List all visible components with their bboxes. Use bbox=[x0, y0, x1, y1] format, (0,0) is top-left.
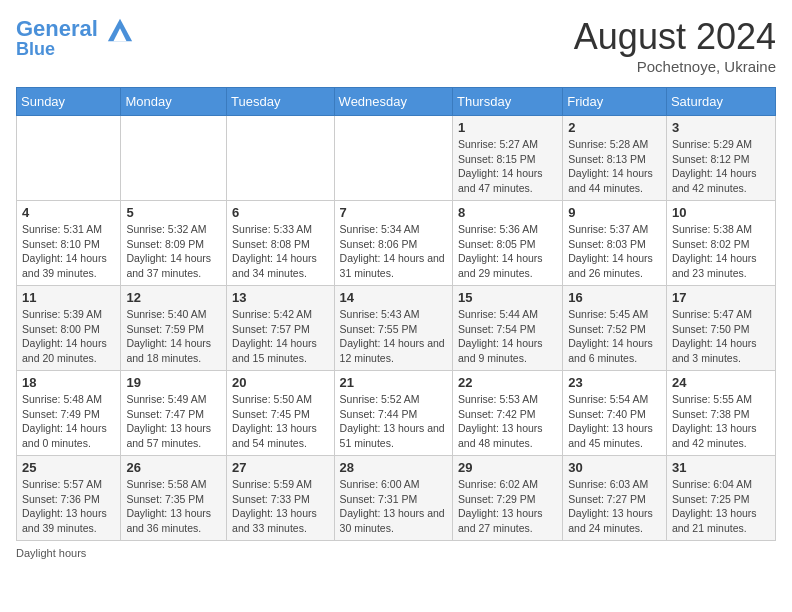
calendar-cell: 25Sunrise: 5:57 AMSunset: 7:36 PMDayligh… bbox=[17, 456, 121, 541]
day-info: Sunrise: 5:50 AMSunset: 7:45 PMDaylight:… bbox=[232, 392, 328, 451]
day-number: 30 bbox=[568, 460, 661, 475]
day-number: 28 bbox=[340, 460, 447, 475]
day-info: Sunrise: 5:40 AMSunset: 7:59 PMDaylight:… bbox=[126, 307, 221, 366]
calendar-cell: 17Sunrise: 5:47 AMSunset: 7:50 PMDayligh… bbox=[666, 286, 775, 371]
day-number: 3 bbox=[672, 120, 770, 135]
weekday-header: Thursday bbox=[452, 88, 562, 116]
calendar-cell: 19Sunrise: 5:49 AMSunset: 7:47 PMDayligh… bbox=[121, 371, 227, 456]
day-number: 6 bbox=[232, 205, 328, 220]
day-number: 15 bbox=[458, 290, 557, 305]
day-number: 14 bbox=[340, 290, 447, 305]
calendar-cell bbox=[121, 116, 227, 201]
day-number: 7 bbox=[340, 205, 447, 220]
weekday-header: Friday bbox=[563, 88, 667, 116]
page-header: General Blue August 2024 Pochetnoye, Ukr… bbox=[16, 16, 776, 75]
calendar-cell: 29Sunrise: 6:02 AMSunset: 7:29 PMDayligh… bbox=[452, 456, 562, 541]
weekday-header: Wednesday bbox=[334, 88, 452, 116]
weekday-header: Tuesday bbox=[227, 88, 334, 116]
day-number: 27 bbox=[232, 460, 328, 475]
day-number: 19 bbox=[126, 375, 221, 390]
calendar-cell: 21Sunrise: 5:52 AMSunset: 7:44 PMDayligh… bbox=[334, 371, 452, 456]
day-info: Sunrise: 5:45 AMSunset: 7:52 PMDaylight:… bbox=[568, 307, 661, 366]
day-number: 4 bbox=[22, 205, 115, 220]
day-info: Sunrise: 6:04 AMSunset: 7:25 PMDaylight:… bbox=[672, 477, 770, 536]
day-number: 22 bbox=[458, 375, 557, 390]
day-number: 23 bbox=[568, 375, 661, 390]
calendar-cell: 12Sunrise: 5:40 AMSunset: 7:59 PMDayligh… bbox=[121, 286, 227, 371]
calendar-cell: 28Sunrise: 6:00 AMSunset: 7:31 PMDayligh… bbox=[334, 456, 452, 541]
day-info: Sunrise: 5:28 AMSunset: 8:13 PMDaylight:… bbox=[568, 137, 661, 196]
day-number: 2 bbox=[568, 120, 661, 135]
calendar-cell: 20Sunrise: 5:50 AMSunset: 7:45 PMDayligh… bbox=[227, 371, 334, 456]
day-info: Sunrise: 5:33 AMSunset: 8:08 PMDaylight:… bbox=[232, 222, 328, 281]
day-info: Sunrise: 5:59 AMSunset: 7:33 PMDaylight:… bbox=[232, 477, 328, 536]
calendar-table: SundayMondayTuesdayWednesdayThursdayFrid… bbox=[16, 87, 776, 541]
calendar-cell: 6Sunrise: 5:33 AMSunset: 8:08 PMDaylight… bbox=[227, 201, 334, 286]
calendar-cell: 23Sunrise: 5:54 AMSunset: 7:40 PMDayligh… bbox=[563, 371, 667, 456]
day-info: Sunrise: 5:32 AMSunset: 8:09 PMDaylight:… bbox=[126, 222, 221, 281]
day-info: Sunrise: 5:48 AMSunset: 7:49 PMDaylight:… bbox=[22, 392, 115, 451]
calendar-cell: 4Sunrise: 5:31 AMSunset: 8:10 PMDaylight… bbox=[17, 201, 121, 286]
day-info: Sunrise: 5:47 AMSunset: 7:50 PMDaylight:… bbox=[672, 307, 770, 366]
day-info: Sunrise: 6:03 AMSunset: 7:27 PMDaylight:… bbox=[568, 477, 661, 536]
calendar-cell: 24Sunrise: 5:55 AMSunset: 7:38 PMDayligh… bbox=[666, 371, 775, 456]
day-info: Sunrise: 5:57 AMSunset: 7:36 PMDaylight:… bbox=[22, 477, 115, 536]
weekday-header: Saturday bbox=[666, 88, 775, 116]
calendar-cell: 10Sunrise: 5:38 AMSunset: 8:02 PMDayligh… bbox=[666, 201, 775, 286]
day-number: 18 bbox=[22, 375, 115, 390]
day-number: 8 bbox=[458, 205, 557, 220]
day-number: 11 bbox=[22, 290, 115, 305]
calendar-cell: 1Sunrise: 5:27 AMSunset: 8:15 PMDaylight… bbox=[452, 116, 562, 201]
day-number: 25 bbox=[22, 460, 115, 475]
day-info: Sunrise: 5:42 AMSunset: 7:57 PMDaylight:… bbox=[232, 307, 328, 366]
calendar-cell: 31Sunrise: 6:04 AMSunset: 7:25 PMDayligh… bbox=[666, 456, 775, 541]
calendar-cell: 13Sunrise: 5:42 AMSunset: 7:57 PMDayligh… bbox=[227, 286, 334, 371]
calendar-cell: 18Sunrise: 5:48 AMSunset: 7:49 PMDayligh… bbox=[17, 371, 121, 456]
weekday-header: Sunday bbox=[17, 88, 121, 116]
day-info: Sunrise: 5:27 AMSunset: 8:15 PMDaylight:… bbox=[458, 137, 557, 196]
day-info: Sunrise: 5:37 AMSunset: 8:03 PMDaylight:… bbox=[568, 222, 661, 281]
calendar-cell bbox=[334, 116, 452, 201]
calendar-cell: 7Sunrise: 5:34 AMSunset: 8:06 PMDaylight… bbox=[334, 201, 452, 286]
day-info: Sunrise: 5:38 AMSunset: 8:02 PMDaylight:… bbox=[672, 222, 770, 281]
calendar-cell: 11Sunrise: 5:39 AMSunset: 8:00 PMDayligh… bbox=[17, 286, 121, 371]
day-info: Sunrise: 6:02 AMSunset: 7:29 PMDaylight:… bbox=[458, 477, 557, 536]
calendar-cell: 15Sunrise: 5:44 AMSunset: 7:54 PMDayligh… bbox=[452, 286, 562, 371]
day-info: Sunrise: 5:36 AMSunset: 8:05 PMDaylight:… bbox=[458, 222, 557, 281]
weekday-header: Monday bbox=[121, 88, 227, 116]
day-info: Sunrise: 5:52 AMSunset: 7:44 PMDaylight:… bbox=[340, 392, 447, 451]
calendar-cell: 14Sunrise: 5:43 AMSunset: 7:55 PMDayligh… bbox=[334, 286, 452, 371]
calendar-cell: 9Sunrise: 5:37 AMSunset: 8:03 PMDaylight… bbox=[563, 201, 667, 286]
month-year: August 2024 bbox=[574, 16, 776, 58]
calendar-cell: 16Sunrise: 5:45 AMSunset: 7:52 PMDayligh… bbox=[563, 286, 667, 371]
day-number: 21 bbox=[340, 375, 447, 390]
calendar-cell: 30Sunrise: 6:03 AMSunset: 7:27 PMDayligh… bbox=[563, 456, 667, 541]
day-number: 12 bbox=[126, 290, 221, 305]
day-info: Sunrise: 5:58 AMSunset: 7:35 PMDaylight:… bbox=[126, 477, 221, 536]
location: Pochetnoye, Ukraine bbox=[574, 58, 776, 75]
day-info: Sunrise: 5:34 AMSunset: 8:06 PMDaylight:… bbox=[340, 222, 447, 281]
day-info: Sunrise: 5:44 AMSunset: 7:54 PMDaylight:… bbox=[458, 307, 557, 366]
day-info: Sunrise: 5:53 AMSunset: 7:42 PMDaylight:… bbox=[458, 392, 557, 451]
day-info: Sunrise: 5:54 AMSunset: 7:40 PMDaylight:… bbox=[568, 392, 661, 451]
day-info: Sunrise: 6:00 AMSunset: 7:31 PMDaylight:… bbox=[340, 477, 447, 536]
calendar-cell: 26Sunrise: 5:58 AMSunset: 7:35 PMDayligh… bbox=[121, 456, 227, 541]
day-number: 16 bbox=[568, 290, 661, 305]
day-number: 13 bbox=[232, 290, 328, 305]
day-number: 29 bbox=[458, 460, 557, 475]
calendar-cell bbox=[227, 116, 334, 201]
calendar-cell: 2Sunrise: 5:28 AMSunset: 8:13 PMDaylight… bbox=[563, 116, 667, 201]
footer-note: Daylight hours bbox=[16, 547, 776, 559]
day-number: 26 bbox=[126, 460, 221, 475]
daylight-label: Daylight hours bbox=[16, 547, 86, 559]
calendar-cell: 8Sunrise: 5:36 AMSunset: 8:05 PMDaylight… bbox=[452, 201, 562, 286]
day-info: Sunrise: 5:49 AMSunset: 7:47 PMDaylight:… bbox=[126, 392, 221, 451]
day-info: Sunrise: 5:43 AMSunset: 7:55 PMDaylight:… bbox=[340, 307, 447, 366]
day-info: Sunrise: 5:29 AMSunset: 8:12 PMDaylight:… bbox=[672, 137, 770, 196]
day-number: 9 bbox=[568, 205, 661, 220]
title-block: August 2024 Pochetnoye, Ukraine bbox=[574, 16, 776, 75]
day-number: 31 bbox=[672, 460, 770, 475]
logo: General Blue bbox=[16, 16, 134, 60]
calendar-cell bbox=[17, 116, 121, 201]
calendar-cell: 3Sunrise: 5:29 AMSunset: 8:12 PMDaylight… bbox=[666, 116, 775, 201]
